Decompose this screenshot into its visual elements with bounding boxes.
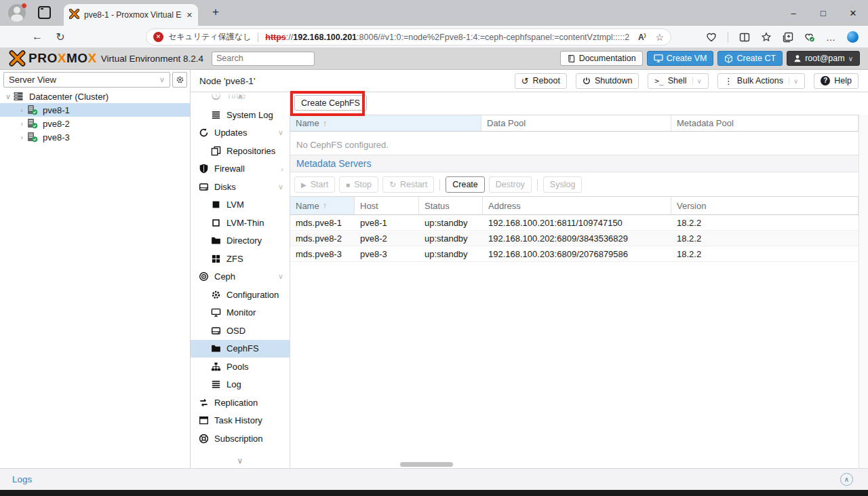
documentation-button[interactable]: Documentation xyxy=(560,51,643,66)
logs-label[interactable]: Logs xyxy=(12,474,32,484)
column-header-address[interactable]: Address xyxy=(483,197,671,214)
profile-avatar[interactable] xyxy=(8,4,26,22)
logs-bar[interactable]: Logs ∧ xyxy=(0,468,868,490)
nav-item-subscription[interactable]: Subscription xyxy=(191,430,290,448)
nav-item-osd[interactable]: OSD xyxy=(191,322,290,340)
mds-table-header: Name↑ Host Status Address Version xyxy=(290,196,859,215)
browser-essentials-icon[interactable] xyxy=(706,32,717,43)
help-button[interactable]: ?Help xyxy=(814,73,859,89)
browser-tab[interactable]: pve8-1 - Proxmox Virtual Environ ✕ xyxy=(64,4,198,26)
nav-item-task-history[interactable]: Task History xyxy=(191,412,290,430)
create-mds-button[interactable]: Create xyxy=(446,176,485,193)
nav-item-replication[interactable]: Replication xyxy=(191,394,290,412)
url-text[interactable]: https://192.168.100.201:8006/#v1:0:=node… xyxy=(265,33,629,42)
expand-caret-icon[interactable]: › xyxy=(17,133,26,141)
nav-item-cephfs[interactable]: CephFS xyxy=(191,340,290,358)
list-icon xyxy=(211,379,221,389)
destroy-button[interactable]: Destroy xyxy=(489,176,532,193)
chevron-down-icon[interactable]: ∨ xyxy=(278,272,283,281)
search-input[interactable] xyxy=(212,52,315,66)
column-header-host[interactable]: Host xyxy=(355,197,419,214)
nav-item-configuration[interactable]: Configuration xyxy=(191,286,290,304)
tree-item-datacenter[interactable]: ∨ Datacenter (Cluster) xyxy=(0,90,190,103)
chevron-right-icon[interactable]: › xyxy=(281,165,283,173)
column-header-name[interactable]: Name↑ xyxy=(290,197,355,214)
start-button[interactable]: ▶Start xyxy=(294,176,335,193)
bulk-actions-button[interactable]: ⋮Bulk Actions∨ xyxy=(717,73,805,89)
mds-table-row[interactable]: mds.pve8-3 pve8-3 up:standby 192.168.100… xyxy=(290,246,859,262)
nav-item-updates[interactable]: Updates ∨ xyxy=(191,124,290,142)
column-header-version[interactable]: Version xyxy=(671,197,859,214)
refresh-icon[interactable]: ↻ xyxy=(49,31,72,43)
nav-item-directory[interactable]: Directory xyxy=(191,232,290,250)
column-header-status[interactable]: Status xyxy=(419,197,483,214)
collections-icon[interactable] xyxy=(783,32,793,43)
restart-button[interactable]: ↻Restart xyxy=(382,176,434,193)
tree-item-pve8-3[interactable]: › pve8-3 xyxy=(0,130,190,144)
close-window-button[interactable]: ✕ xyxy=(838,8,868,18)
tab-close-icon[interactable]: ✕ xyxy=(186,11,193,20)
tree-item-pve8-1[interactable]: › pve8-1 xyxy=(0,103,190,117)
chevron-down-icon: ∨ xyxy=(848,55,853,62)
chevron-down-icon[interactable]: ∨ xyxy=(278,128,283,137)
new-tab-button[interactable]: + xyxy=(208,5,224,19)
scroll-down-icon[interactable]: ∨ xyxy=(191,456,290,465)
scroll-up-icon[interactable]: ∧ xyxy=(191,92,290,100)
favorites-bar-icon[interactable] xyxy=(761,32,772,43)
view-selector[interactable]: Server View∨ xyxy=(3,72,170,88)
create-vm-button[interactable]: Create VM xyxy=(647,51,714,66)
browser-essentials-check-icon[interactable] xyxy=(804,32,815,43)
nav-item-repositories[interactable]: Repositories xyxy=(191,142,290,160)
shutdown-button[interactable]: Shutdown xyxy=(576,73,639,89)
nav-item-firewall[interactable]: Firewall › xyxy=(191,160,290,178)
stop-button[interactable]: ■Stop xyxy=(339,176,378,193)
read-aloud-icon[interactable]: A) xyxy=(638,32,646,42)
vertical-scrollbar[interactable] xyxy=(859,115,868,468)
security-warning-icon[interactable]: ✕ xyxy=(153,32,163,42)
mds-section-header: Metadata Servers xyxy=(290,155,868,172)
user-menu-button[interactable]: root@pam ∨ xyxy=(787,51,860,66)
toolbar-divider xyxy=(728,32,728,43)
url-scheme: https xyxy=(265,33,286,42)
syslog-button[interactable]: Syslog xyxy=(543,176,583,193)
create-ct-button[interactable]: Create CT xyxy=(717,51,783,66)
address-divider xyxy=(258,33,258,42)
bulk-actions-caret[interactable]: ∨ xyxy=(789,77,798,85)
nav-item-disks[interactable]: Disks ∨ xyxy=(191,178,290,196)
tree-item-pve8-2[interactable]: › pve8-2 xyxy=(0,117,190,130)
expand-logs-icon[interactable]: ∧ xyxy=(840,473,853,486)
address-bar[interactable]: ✕ セキュリティ保護なし https://192.168.100.201:800… xyxy=(146,28,671,45)
sort-asc-icon: ↑ xyxy=(323,201,327,210)
column-header-data-pool[interactable]: Data Pool xyxy=(481,115,671,131)
mds-table-row[interactable]: mds.pve8-2 pve8-2 up:standby 192.168.100… xyxy=(290,231,859,246)
shell-dropdown-caret[interactable]: ∨ xyxy=(692,77,702,85)
nav-item-lvm[interactable]: LVM xyxy=(191,196,290,214)
nav-item-zfs[interactable]: ZFS xyxy=(191,250,290,268)
nav-item-system-log[interactable]: System Log xyxy=(191,106,290,124)
minimize-button[interactable]: – xyxy=(778,8,808,18)
horizontal-scrollbar-thumb[interactable] xyxy=(400,462,453,467)
tree-item-label: pve8-2 xyxy=(43,119,70,129)
nav-item-ceph[interactable]: Ceph ∨ xyxy=(191,268,290,286)
favorite-star-icon[interactable]: ☆ xyxy=(655,32,664,43)
column-header-metadata-pool[interactable]: Metadata Pool xyxy=(671,115,859,131)
expand-caret-icon[interactable]: ∨ xyxy=(3,92,13,101)
nav-item-log[interactable]: Log xyxy=(191,376,290,394)
workspaces-icon[interactable] xyxy=(38,6,51,19)
nav-item-pools[interactable]: Pools xyxy=(191,358,290,376)
mds-table-row[interactable]: mds.pve8-1 pve8-1 up:standby 192.168.100… xyxy=(290,215,859,231)
shell-button[interactable]: >_Shell∨ xyxy=(648,73,708,89)
settings-more-icon[interactable]: … xyxy=(826,32,836,43)
nav-item-monitor[interactable]: Monitor xyxy=(191,304,290,322)
column-header-name[interactable]: Name↑ xyxy=(290,115,481,131)
nav-item-lvm-thin[interactable]: LVM-Thin xyxy=(191,214,290,232)
tree-settings-button[interactable] xyxy=(172,72,187,88)
back-icon[interactable]: ← xyxy=(26,31,49,43)
split-screen-icon[interactable] xyxy=(739,32,750,43)
chevron-down-icon[interactable]: ∨ xyxy=(278,183,283,191)
copilot-icon[interactable] xyxy=(847,31,859,43)
maximize-button[interactable]: □ xyxy=(808,8,838,18)
expand-caret-icon[interactable]: › xyxy=(17,119,26,128)
expand-caret-icon[interactable]: › xyxy=(17,106,26,114)
reboot-button[interactable]: ↺Reboot xyxy=(515,73,567,89)
